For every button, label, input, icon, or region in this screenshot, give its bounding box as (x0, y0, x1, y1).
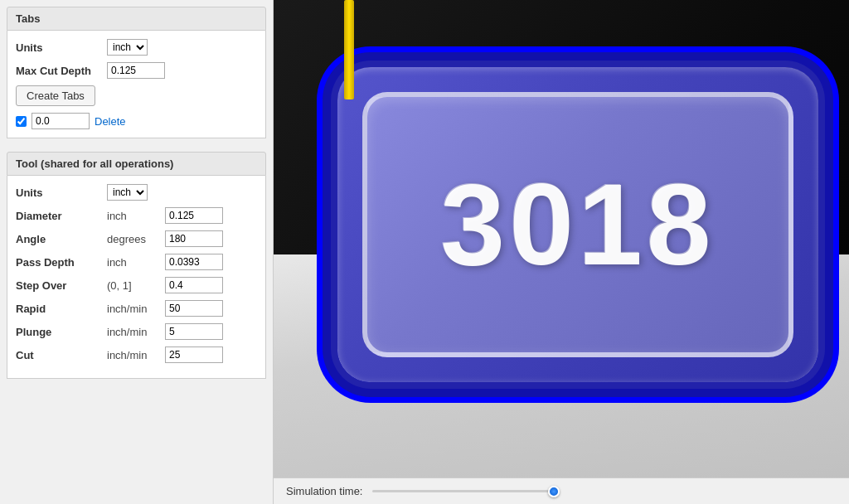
tool-rapid-row: Rapid inch/min (16, 300, 257, 317)
tool-section-body: Units inch mm Diameter inch Angle degree… (7, 176, 266, 379)
tool-plunge-row: Plunge inch/min (16, 323, 257, 340)
tabs-max-cut-depth-input[interactable] (107, 62, 165, 79)
tool-diameter-label: Diameter (16, 210, 107, 222)
sign-text: 3018 (440, 158, 715, 292)
tabs-section-body: Units inch mm Max Cut Depth Create Tabs … (7, 31, 266, 138)
tool-units-select[interactable]: inch mm (107, 184, 148, 201)
tool-plunge-label: Plunge (16, 326, 107, 338)
tool-units-row: Units inch mm (16, 184, 257, 201)
create-tabs-button-container: Create Tabs (16, 85, 257, 106)
tool-step-over-row: Step Over (0, 1] (16, 277, 257, 293)
tabs-section-header: Tabs (7, 7, 266, 31)
tool-cut-unit: inch/min (107, 349, 165, 361)
tool-angle-input[interactable] (165, 230, 223, 247)
tool-cut-row: Cut inch/min (16, 346, 257, 363)
simulation-label: Simulation time: (286, 485, 362, 497)
tool-cut-label: Cut (16, 349, 107, 361)
tool-rapid-label: Rapid (16, 303, 107, 315)
tool-step-over-unit: (0, 1] (107, 279, 165, 292)
sign-container: 3018 (332, 37, 824, 411)
tool-pass-depth-row: Pass Depth inch (16, 254, 257, 270)
tab-delete-link[interactable]: Delete (95, 115, 126, 128)
tool-diameter-input[interactable] (165, 207, 223, 224)
simulation-slider-container[interactable] (372, 490, 837, 492)
sign-outer: 3018 (337, 67, 818, 382)
simulation-track[interactable] (372, 490, 555, 492)
tool-step-over-label: Step Over (16, 279, 107, 292)
tabs-units-label: Units (16, 41, 107, 54)
sign-inner: 3018 (362, 92, 793, 357)
tool-rapid-input[interactable] (165, 300, 223, 317)
tabs-units-row: Units inch mm (16, 39, 257, 56)
tab-entry-row: Delete (16, 113, 257, 129)
tool-plunge-unit: inch/min (107, 326, 165, 338)
tool-units-label: Units (16, 187, 107, 199)
tool-diameter-unit: inch (107, 210, 165, 222)
tool-angle-unit: degrees (107, 233, 165, 245)
simulation-thumb[interactable] (548, 486, 560, 497)
create-tabs-button[interactable]: Create Tabs (16, 85, 95, 106)
tool-bit (344, 0, 354, 99)
tool-pass-depth-label: Pass Depth (16, 256, 107, 269)
tool-section-header: Tool (shared for all operations) (7, 152, 266, 176)
tabs-max-cut-depth-label: Max Cut Depth (16, 65, 107, 77)
3d-viewport[interactable]: 3018 (274, 0, 849, 477)
tool-angle-label: Angle (16, 233, 107, 245)
tab-entry-checkbox[interactable] (16, 116, 27, 127)
tool-step-over-input[interactable] (165, 277, 223, 293)
bottom-bar: Simulation time: (274, 477, 849, 504)
tab-entry-input[interactable] (32, 113, 90, 129)
tool-pass-depth-input[interactable] (165, 254, 223, 270)
left-panel: Tabs Units inch mm Max Cut Depth Create … (0, 0, 274, 504)
tool-plunge-input[interactable] (165, 323, 223, 340)
tool-angle-row: Angle degrees (16, 230, 257, 247)
tool-cut-input[interactable] (165, 346, 223, 363)
right-panel: 3018 Simulation time: (274, 0, 849, 504)
tabs-max-cut-depth-row: Max Cut Depth (16, 62, 257, 79)
tool-diameter-row: Diameter inch (16, 207, 257, 224)
tabs-units-select[interactable]: inch mm (107, 39, 148, 56)
tool-pass-depth-unit: inch (107, 256, 165, 269)
tool-rapid-unit: inch/min (107, 303, 165, 315)
